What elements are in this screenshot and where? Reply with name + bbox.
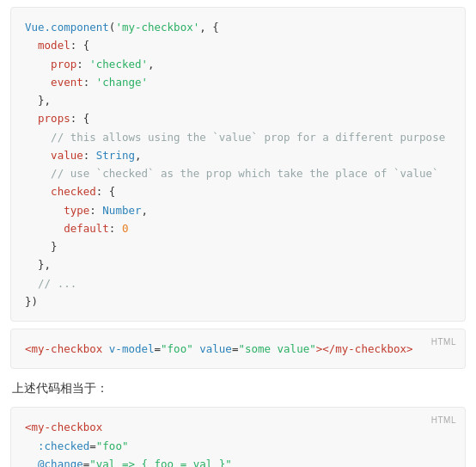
- code-block-1: Vue.component('my-checkbox', { model: { …: [10, 7, 466, 322]
- lang-label-3: HTML: [431, 413, 456, 427]
- prose-text: 上述代码相当于：: [0, 376, 476, 400]
- code-content-1: Vue.component('my-checkbox', { model: { …: [25, 18, 451, 310]
- code-content-3: <my-checkbox :checked="foo" @change="val…: [25, 418, 451, 467]
- code-content-2: <my-checkbox v-model="foo" value="some v…: [25, 340, 451, 358]
- code-block-3: HTML <my-checkbox :checked="foo" @change…: [10, 407, 466, 467]
- code-block-2: HTML <my-checkbox v-model="foo" value="s…: [10, 329, 466, 369]
- lang-label-2: HTML: [431, 335, 456, 349]
